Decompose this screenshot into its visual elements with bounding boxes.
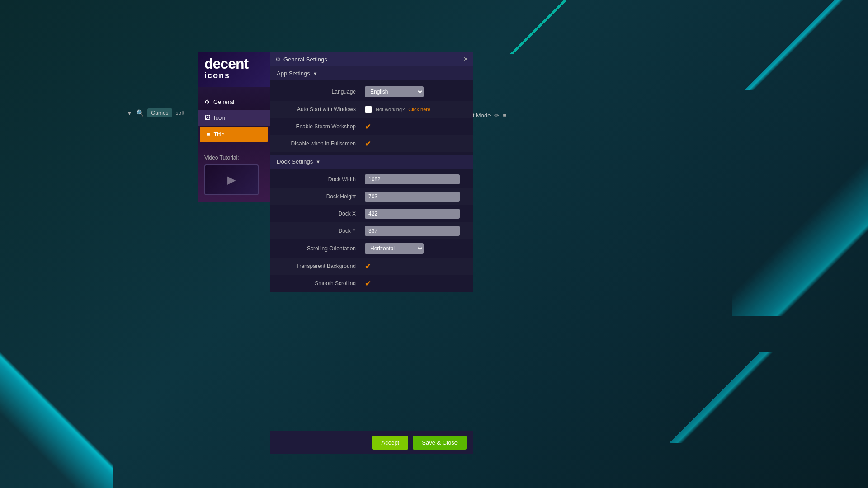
- logo-text-decent: decent: [204, 56, 263, 71]
- dock-height-row: Dock Height: [270, 188, 473, 205]
- steam-workshop-checkmark: ✔: [365, 122, 371, 131]
- accept-button[interactable]: Accept: [372, 436, 408, 450]
- icon-icon: 🖼: [204, 114, 210, 121]
- games-tag[interactable]: Games: [147, 108, 172, 117]
- dock-height-control: [365, 192, 464, 202]
- accent-line-topright: [710, 0, 868, 90]
- dock-x-label: Dock X: [277, 211, 365, 217]
- app-settings-content: Language English Spanish French German A…: [270, 80, 473, 155]
- dialog-footer: Accept Save & Close: [270, 431, 473, 454]
- fullscreen-checkmark: ✔: [365, 140, 371, 148]
- dock-y-input[interactable]: [365, 226, 460, 236]
- accent-line-bottomright: [597, 352, 778, 443]
- language-control: English Spanish French German: [365, 86, 464, 97]
- logo-area: decent icons: [198, 52, 270, 87]
- accent-line-topleft: [506, 0, 597, 54]
- autostart-control: Not working? Click here: [365, 106, 464, 113]
- dock-x-control: [365, 209, 464, 219]
- dock-width-row: Dock Width: [270, 171, 473, 188]
- title-icon: ≡: [207, 131, 210, 138]
- dialog-title-text: General Settings: [283, 56, 327, 63]
- general-icon: ⚙: [204, 99, 210, 105]
- dock-width-input[interactable]: [365, 174, 460, 184]
- language-label: Language: [277, 89, 365, 95]
- video-thumbnail[interactable]: ▶: [204, 164, 259, 195]
- app-settings-label: App Settings: [277, 70, 310, 77]
- filter-dropdown-arrow[interactable]: ▼: [127, 110, 132, 117]
- filter-bar: ▼ 🔍 Games soft: [127, 108, 184, 117]
- fullscreen-label: Disable when in Fullscreen: [277, 141, 365, 147]
- smooth-scrolling-checkmark: ✔: [365, 279, 371, 288]
- smooth-scrolling-row: Smooth Scrolling ✔: [270, 275, 473, 292]
- scroll-speed-row: Scroll Speed: [270, 292, 473, 292]
- transparent-bg-row: Transparent Background ✔: [270, 258, 473, 275]
- scrolling-orientation-select[interactable]: Horizontal Vertical: [365, 243, 424, 254]
- autostart-checkbox[interactable]: [365, 106, 372, 113]
- not-working-text: Not working?: [376, 107, 405, 112]
- dialog-titlebar: ⚙ General Settings ×: [270, 52, 473, 66]
- scrolling-orientation-control: Horizontal Vertical: [365, 243, 464, 254]
- gear-icon: ⚙: [275, 56, 281, 63]
- sidebar-item-general[interactable]: ⚙ General: [198, 94, 270, 110]
- dialog-title: ⚙ General Settings: [275, 56, 327, 63]
- search-icon: 🔍: [136, 109, 144, 117]
- smooth-scrolling-label: Smooth Scrolling: [277, 280, 365, 286]
- sidebar-label-icon: Icon: [214, 114, 225, 121]
- dock-width-control: [365, 174, 464, 184]
- click-here-link[interactable]: Click here: [408, 107, 430, 112]
- dock-settings-content: Dock Width Dock Height Dock X: [270, 169, 473, 292]
- close-button[interactable]: ×: [464, 56, 468, 63]
- sidebar-label-title: Title: [214, 131, 225, 138]
- dock-x-row: Dock X: [270, 205, 473, 222]
- fullscreen-row: Disable when in Fullscreen ✔: [270, 135, 473, 152]
- dock-height-input[interactable]: [365, 192, 460, 202]
- dock-x-input[interactable]: [365, 209, 460, 219]
- sidebar-nav: ⚙ General 🖼 Icon ≡ Title: [198, 89, 270, 148]
- steam-workshop-row: Enable Steam Workshop ✔: [270, 118, 473, 135]
- smooth-scrolling-control: ✔: [365, 279, 464, 288]
- transparent-bg-label: Transparent Background: [277, 263, 365, 269]
- save-close-button[interactable]: Save & Close: [413, 436, 467, 450]
- edit-mode-icon[interactable]: ✏: [494, 112, 499, 119]
- dock-settings-label: Dock Settings: [277, 158, 313, 165]
- soft-tag-filter: soft: [176, 110, 184, 116]
- language-select[interactable]: English Spanish French German: [365, 86, 424, 97]
- app-settings-header[interactable]: App Settings ▼: [270, 66, 473, 80]
- sidebar: decent icons ⚙ General 🖼 Icon ≡ Title Vi…: [198, 52, 270, 202]
- fullscreen-control: ✔: [365, 140, 464, 148]
- dock-y-control: [365, 226, 464, 236]
- dialog-scroll-area[interactable]: App Settings ▼ Language English Spanish …: [270, 66, 473, 292]
- scrolling-orientation-row: Scrolling Orientation Horizontal Vertica…: [270, 239, 473, 258]
- accent-line-bottomleft: [0, 352, 113, 488]
- sidebar-item-icon[interactable]: 🖼 Icon: [198, 110, 270, 126]
- scrolling-orientation-label: Scrolling Orientation: [277, 245, 365, 252]
- steam-workshop-label: Enable Steam Workshop: [277, 123, 365, 130]
- transparent-bg-control: ✔: [365, 262, 464, 271]
- dock-settings-chevron: ▼: [316, 159, 321, 164]
- autostart-label: Auto Start with Windows: [277, 106, 365, 113]
- logo-text-icons: icons: [204, 71, 263, 80]
- dock-width-label: Dock Width: [277, 176, 365, 183]
- video-tutorial-section: Video Tutorial: ▶: [198, 148, 270, 202]
- settings-dialog: ⚙ General Settings × App Settings ▼ Lang…: [270, 52, 473, 292]
- app-settings-chevron: ▼: [313, 71, 318, 76]
- video-tutorial-label: Video Tutorial:: [204, 155, 239, 161]
- accent-line-midright: [732, 136, 868, 316]
- dock-y-row: Dock Y: [270, 222, 473, 239]
- sidebar-label-general: General: [213, 99, 234, 105]
- autostart-row: Auto Start with Windows Not working? Cli…: [270, 101, 473, 118]
- dock-y-label: Dock Y: [277, 228, 365, 234]
- dock-settings-header[interactable]: Dock Settings ▼: [270, 155, 473, 169]
- steam-workshop-control: ✔: [365, 122, 464, 131]
- edit-mode-settings-icon[interactable]: ≡: [503, 112, 506, 119]
- play-icon: ▶: [227, 174, 236, 186]
- transparent-bg-checkmark: ✔: [365, 262, 371, 271]
- dock-height-label: Dock Height: [277, 193, 365, 200]
- sidebar-item-title[interactable]: ≡ Title: [200, 127, 268, 142]
- language-row: Language English Spanish French German: [270, 83, 473, 101]
